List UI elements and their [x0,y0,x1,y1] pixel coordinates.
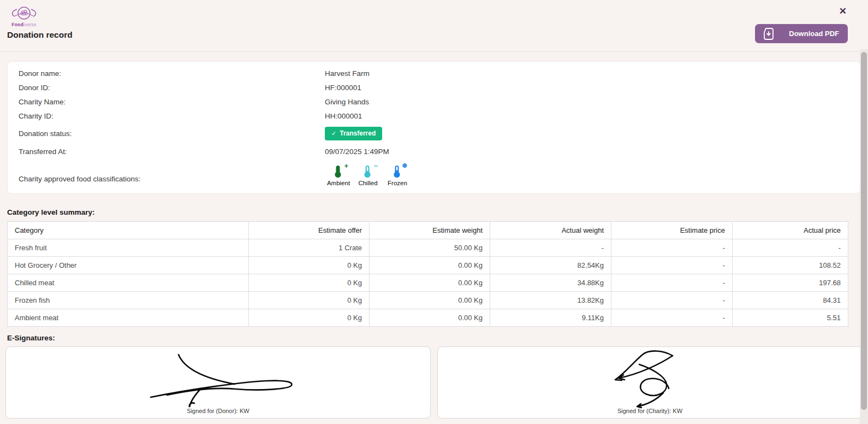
table-header-row: Category Estimate offer Estimate weight … [8,222,848,239]
cell-estimate-price: - [611,257,733,274]
brand-word-light: iverse [23,22,37,27]
classification-ambient: + Ambient [325,165,352,186]
cell-actual-weight: 34.88Kg [490,274,611,292]
category-summary-table: Category Estimate offer Estimate weight … [7,221,848,327]
donor-signature-card: Signed for (Donor): KW [5,346,431,419]
field-value: 09/07/2025 1:49PM [325,148,389,156]
snowflake-modifier: ❆ [402,163,407,169]
status-badge-label: Transferred [340,129,376,137]
field-value: HH:000001 [325,112,362,120]
check-icon: ✓ [331,130,336,137]
charity-signature-card: Signed for (Charity): KW [437,346,863,419]
brand-word-bold: Food [11,22,23,27]
header: Foodiverse Donation record ✕ Download PD… [0,0,868,52]
cell-actual-weight: 13.82Kg [490,292,611,309]
classification-frozen: ❆ Frozen [384,165,411,186]
donation-info-card: Donor name: Harvest Farm Donor ID: HF:00… [7,61,861,194]
field-label: Charity Name: [8,98,325,106]
category-summary-heading: Category level summary: [7,208,868,216]
cell-estimate-weight: 50.00 Kg [370,239,490,257]
classification-chilled: − Chilled [354,165,382,186]
scrollbar-thumb[interactable] [861,52,867,410]
cell-estimate-offer: 0 Kg [249,257,370,274]
classification-label: Frozen [388,180,407,186]
cell-category: Frozen fish [8,292,249,309]
cell-estimate-weight: 0.00 Kg [370,274,490,292]
table-row: Frozen fish 0 Kg 0.00 Kg 13.82Kg - 84.31 [8,292,848,309]
cell-estimate-offer: 0 Kg [249,309,370,327]
cell-estimate-offer: 1 Crate [249,239,370,257]
table-row: Fresh fruit 1 Crate 50.00 Kg - - - [8,239,848,257]
field-charity-id: Charity ID: HH:000001 [8,109,860,123]
download-pdf-label: Download PDF [789,30,839,38]
donor-signature-image [11,348,426,409]
table-row: Hot Grocery / Other 0 Kg 0.00 Kg 82.54Kg… [8,257,848,274]
cell-estimate-weight: 0.00 Kg [370,292,490,309]
field-value: HF:000001 [325,84,361,92]
plus-modifier: + [344,162,348,169]
field-classifications: Charity approved food classifications: +… [8,165,860,186]
cell-actual-weight: 82.54Kg [490,257,611,274]
field-donor-name: Donor name: Harvest Farm [8,66,860,80]
thermometer-minus-icon: − [362,165,374,178]
field-label: Donation status: [8,129,325,138]
status-badge: ✓ Transferred [325,127,382,140]
close-icon[interactable]: ✕ [839,7,847,16]
classification-items: + Ambient − Chilled ❆ Frozen [325,165,411,186]
cell-category: Ambient meat [8,309,249,327]
cell-estimate-price: - [611,309,733,327]
col-header-estimate-weight: Estimate weight [370,222,490,239]
cell-estimate-weight: 0.00 Kg [370,257,490,274]
cell-actual-price: 5.51 [733,309,848,327]
field-label: Charity approved food classifications: [8,165,325,183]
brand-wordmark: Foodiverse [9,22,39,27]
charity-signature-caption: Signed for (Charity): KW [438,408,862,414]
col-header-estimate-offer: Estimate offer [249,222,370,239]
foodiverse-logo: Foodiverse [9,4,39,27]
cell-category: Chilled meat [8,274,249,292]
field-label: Transferred At: [8,148,325,156]
field-transferred-at: Transferred At: 09/07/2025 1:49PM [8,144,860,158]
cell-actual-price: 108.52 [733,257,848,274]
field-label: Donor name: [8,69,325,78]
field-label: Charity ID: [8,112,325,120]
scrollbar-track[interactable] [860,49,868,424]
col-header-actual-price: Actual price [733,222,848,239]
field-donation-status: Donation status: ✓ Transferred [8,126,860,140]
cell-actual-weight: 9.11Kg [490,309,611,327]
cell-estimate-price: - [611,292,733,309]
download-file-icon [763,27,775,40]
cell-estimate-offer: 0 Kg [249,292,370,309]
planet-logo-icon [10,4,38,23]
cell-actual-price: 197.68 [733,274,848,292]
donor-signature-caption: Signed for (Donor): KW [6,408,430,414]
cell-category: Fresh fruit [8,239,249,257]
field-charity-name: Charity Name: Giving Hands [8,95,860,109]
cell-actual-price: 84.31 [733,292,848,309]
charity-signature-image [443,348,858,409]
page-title: Donation record [7,30,73,40]
field-label: Donor ID: [8,84,325,92]
download-pdf-button[interactable]: Download PDF [755,24,848,43]
cell-actual-price: - [733,239,848,257]
classification-label: Ambient [327,180,350,186]
signature-cards: Signed for (Donor): KW Signed for (Chari… [5,346,863,419]
thermometer-snowflake-icon: ❆ [391,165,403,178]
cell-category: Hot Grocery / Other [8,257,249,274]
cell-estimate-offer: 0 Kg [249,274,370,292]
cell-estimate-weight: 0.00 Kg [370,309,490,327]
col-header-category: Category [8,222,249,239]
col-header-estimate-price: Estimate price [611,222,733,239]
field-value: Giving Hands [325,98,369,106]
classification-label: Chilled [358,180,377,186]
table-row: Ambient meat 0 Kg 0.00 Kg 9.11Kg - 5.51 [8,309,848,327]
table-row: Chilled meat 0 Kg 0.00 Kg 34.88Kg - 197.… [8,274,848,292]
cell-estimate-price: - [611,239,733,257]
cell-actual-weight: - [490,239,611,257]
col-header-actual-weight: Actual weight [490,222,611,239]
minus-modifier: − [373,162,378,169]
field-donor-id: Donor ID: HF:000001 [8,80,860,95]
field-value: Harvest Farm [325,69,370,78]
thermometer-plus-icon: + [332,165,344,178]
esignatures-heading: E-Signatures: [7,334,868,342]
